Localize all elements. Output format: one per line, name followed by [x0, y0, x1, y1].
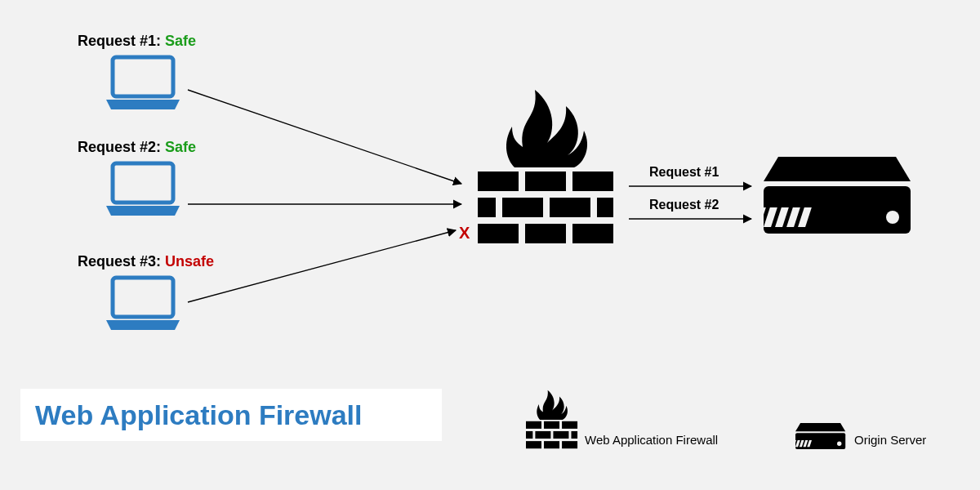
arrow-req3 [188, 230, 456, 302]
diagram-title: Web Application Firewall [35, 399, 363, 431]
laptop-icon [106, 163, 180, 216]
diagram-title-box: Web Application Firewall [20, 389, 442, 441]
request-status: Safe [165, 33, 196, 49]
legend-server-label: Origin Server [854, 433, 926, 447]
request-prefix: Request #1: [78, 33, 161, 49]
request-3-label: Request #3: Unsafe [78, 253, 214, 270]
legend-waf-label: Web Application Firewall [585, 433, 718, 447]
arrow-req1 [188, 90, 461, 184]
passed-2-label: Request #2 [649, 198, 719, 212]
passed-1-label: Request #1 [649, 165, 719, 180]
laptop-icon [106, 278, 180, 330]
blocked-mark: X [459, 224, 470, 243]
legend-firewall-icon [526, 390, 577, 448]
request-prefix: Request #2: [78, 139, 161, 155]
laptop-icon [106, 57, 180, 109]
request-status: Safe [165, 139, 196, 155]
request-status: Unsafe [165, 253, 214, 270]
request-2-label: Request #2: Safe [78, 139, 196, 156]
request-1-label: Request #1: Safe [78, 33, 196, 50]
firewall-icon [478, 90, 613, 243]
server-icon [752, 157, 911, 234]
request-prefix: Request #3: [78, 253, 161, 270]
legend-server-icon [791, 423, 845, 449]
